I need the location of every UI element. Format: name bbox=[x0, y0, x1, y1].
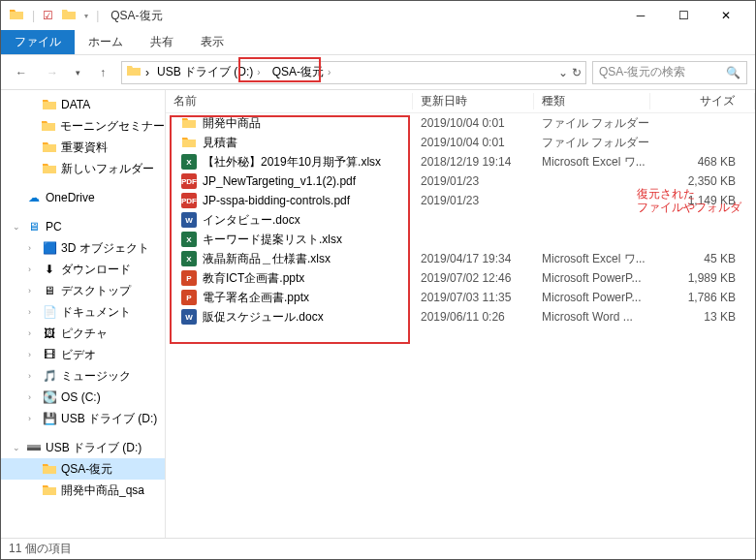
qat-checkbox-icon[interactable]: ☑ bbox=[43, 9, 53, 22]
col-size[interactable]: サイズ bbox=[650, 93, 755, 109]
pc-icon: 🖥 bbox=[26, 219, 42, 234]
file-size: 1,786 KB bbox=[650, 291, 755, 304]
file-row[interactable]: 見積書 2019/10/04 0:01 ファイル フォルダー bbox=[166, 133, 755, 152]
folder-icon bbox=[41, 118, 56, 134]
sidebar-item[interactable]: ›🖼ピクチャ bbox=[1, 323, 165, 344]
tab-home[interactable]: ホーム bbox=[75, 30, 137, 54]
breadcrumb-sep[interactable]: › bbox=[328, 67, 331, 78]
sidebar-item[interactable]: モーニングセミナー bbox=[1, 115, 165, 137]
sidebar-item[interactable]: ›💾USB ドライブ (D:) bbox=[1, 408, 165, 429]
file-date: 2019/07/03 11:35 bbox=[413, 291, 534, 304]
file-date: 2019/01/23 bbox=[413, 174, 534, 188]
folder-icon bbox=[42, 161, 57, 176]
history-dropdown-icon[interactable]: ▾ bbox=[71, 60, 84, 85]
sidebar-item[interactable]: ›🖥デスクトップ bbox=[1, 280, 165, 301]
file-size: 13 KB bbox=[650, 310, 755, 324]
sidebar-item[interactable]: 重要資料 bbox=[1, 137, 165, 158]
drive-icon bbox=[126, 63, 142, 81]
search-box[interactable]: QSA-復元の検索 🔍 bbox=[592, 61, 747, 84]
close-button[interactable]: ✕ bbox=[705, 1, 747, 30]
sidebar-item[interactable]: ›📄ドキュメント bbox=[1, 301, 165, 323]
file-type: Microsoft Word ... bbox=[534, 310, 650, 324]
breadcrumb-sep[interactable]: › bbox=[257, 67, 260, 78]
sidebar-item[interactable]: 開発中商品_qsa bbox=[1, 480, 165, 501]
xlsx-icon: X bbox=[181, 251, 197, 266]
tab-share[interactable]: 共有 bbox=[137, 30, 187, 54]
svg-rect-1 bbox=[27, 448, 41, 451]
column-headers: 名前 更新日時 種類 サイズ bbox=[166, 90, 755, 113]
file-list-pane: 名前 更新日時 種類 サイズ 開発中商品 2019/10/04 0:01 ファイ… bbox=[166, 90, 755, 538]
file-type: Microsoft Excel ワ... bbox=[534, 251, 650, 267]
file-row[interactable]: P教育ICT企画書.pptx 2019/07/02 12:46 Microsof… bbox=[166, 268, 755, 288]
sys-folder-icon: 🟦 bbox=[42, 240, 57, 256]
xlsx-icon: X bbox=[181, 154, 197, 170]
file-type: Microsoft PowerP... bbox=[534, 291, 650, 304]
file-name: 見積書 bbox=[203, 135, 237, 151]
back-button[interactable]: ← bbox=[9, 60, 34, 85]
sys-folder-icon: 📄 bbox=[42, 304, 57, 320]
col-name[interactable]: 名前 bbox=[166, 93, 413, 109]
status-text: 11 個の項目 bbox=[9, 541, 72, 557]
maximize-button[interactable]: ☐ bbox=[662, 1, 705, 30]
xlsx-icon: X bbox=[181, 232, 197, 247]
file-row[interactable]: W販促スケジュール.docx 2019/06/11 0:26 Microsoft… bbox=[166, 307, 755, 327]
sidebar-onedrive[interactable]: ☁ OneDrive bbox=[1, 187, 165, 208]
sys-folder-icon: 💽 bbox=[42, 389, 57, 405]
docx-icon: W bbox=[181, 309, 197, 325]
breadcrumb-sep[interactable]: › bbox=[145, 66, 149, 79]
sidebar-pc[interactable]: ⌄ 🖥 PC bbox=[1, 216, 165, 237]
sidebar-item[interactable]: ›🎵ミュージック bbox=[1, 365, 165, 387]
forward-button[interactable]: → bbox=[40, 60, 65, 85]
file-name: 液晶新商品＿仕様書.xlsx bbox=[203, 251, 331, 267]
folder-icon bbox=[42, 482, 57, 498]
qat-folder-icon[interactable] bbox=[61, 7, 77, 25]
folder-icon bbox=[42, 97, 57, 112]
pptx-icon: P bbox=[181, 270, 197, 286]
refresh-button[interactable]: ↻ bbox=[572, 66, 582, 79]
file-row[interactable]: Xキーワード提案リスト.xlsx bbox=[166, 230, 755, 249]
file-name: 販促スケジュール.docx bbox=[203, 309, 324, 326]
address-bar[interactable]: › USB ドライブ (D:) › QSA-復元 › ⌄ ↻ bbox=[121, 61, 586, 84]
file-row[interactable]: X液晶新商品＿仕様書.xlsx 2019/04/17 19:34 Microso… bbox=[166, 249, 755, 268]
sidebar-item[interactable]: ›⬇ダウンロード bbox=[1, 259, 165, 280]
file-row[interactable]: PDFJP_NewTargeting_v1.1(2).pdf 2019/01/2… bbox=[166, 171, 755, 191]
sidebar-item[interactable]: DATA bbox=[1, 94, 165, 115]
file-row[interactable]: Wインタビュー.docx bbox=[166, 210, 755, 230]
sidebar-item[interactable]: ›💽OS (C:) bbox=[1, 387, 165, 408]
file-row[interactable]: P電子署名企画書.pptx 2019/07/03 11:35 Microsoft… bbox=[166, 288, 755, 307]
sidebar-item[interactable]: 新しいフォルダー bbox=[1, 158, 165, 179]
sys-folder-icon: 💾 bbox=[42, 411, 57, 426]
up-button[interactable]: ↑ bbox=[90, 60, 115, 85]
minimize-button[interactable]: ─ bbox=[619, 1, 662, 30]
col-date[interactable]: 更新日時 bbox=[413, 93, 534, 109]
file-type: ファイル フォルダー bbox=[534, 115, 650, 132]
qat-divider: | bbox=[96, 9, 99, 22]
file-date: 2019/10/04 0:01 bbox=[413, 116, 534, 130]
file-type: Microsoft PowerP... bbox=[534, 271, 650, 285]
file-date: 2019/07/02 12:46 bbox=[413, 271, 534, 285]
nav-tree[interactable]: DATAモーニングセミナー重要資料新しいフォルダー ☁ OneDrive ⌄ 🖥… bbox=[1, 90, 166, 538]
breadcrumb-drive[interactable]: USB ドライブ (D:) › bbox=[153, 64, 265, 80]
qat-dropdown-icon[interactable]: ▾ bbox=[84, 12, 88, 20]
folder-icon bbox=[181, 135, 197, 150]
file-name: 教育ICT企画書.pptx bbox=[203, 270, 304, 287]
file-row[interactable]: 開発中商品 2019/10/04 0:01 ファイル フォルダー bbox=[166, 113, 755, 133]
tab-file[interactable]: ファイル bbox=[1, 30, 75, 54]
ribbon: ファイル ホーム 共有 表示 bbox=[1, 30, 755, 55]
sidebar-item[interactable]: ›🎞ビデオ bbox=[1, 344, 165, 365]
breadcrumb-folder[interactable]: QSA-復元 › bbox=[268, 64, 335, 80]
status-bar: 11 個の項目 bbox=[1, 538, 755, 559]
docx-icon: W bbox=[181, 212, 197, 228]
file-size: 45 KB bbox=[650, 252, 755, 265]
sidebar-item[interactable]: ›🟦3D オブジェクト bbox=[1, 237, 165, 259]
sidebar-item[interactable]: QSA-復元 bbox=[1, 458, 165, 480]
file-row[interactable]: PDFJP-sspa-bidding-controls.pdf 2019/01/… bbox=[166, 191, 755, 210]
col-type[interactable]: 種類 bbox=[534, 93, 650, 109]
file-row[interactable]: X【社外秘】2019年10月期予算.xlsx 2018/12/19 19:14 … bbox=[166, 152, 755, 171]
address-dropdown-icon[interactable]: ⌄ bbox=[558, 66, 568, 79]
file-rows[interactable]: 開発中商品 2019/10/04 0:01 ファイル フォルダー 見積書 201… bbox=[166, 113, 755, 538]
tab-view[interactable]: 表示 bbox=[187, 30, 237, 54]
sys-folder-icon: 🎵 bbox=[42, 368, 57, 384]
sidebar-usb[interactable]: ⌄ USB ドライブ (D:) bbox=[1, 437, 165, 458]
file-name: JP_NewTargeting_v1.1(2).pdf bbox=[203, 174, 356, 188]
